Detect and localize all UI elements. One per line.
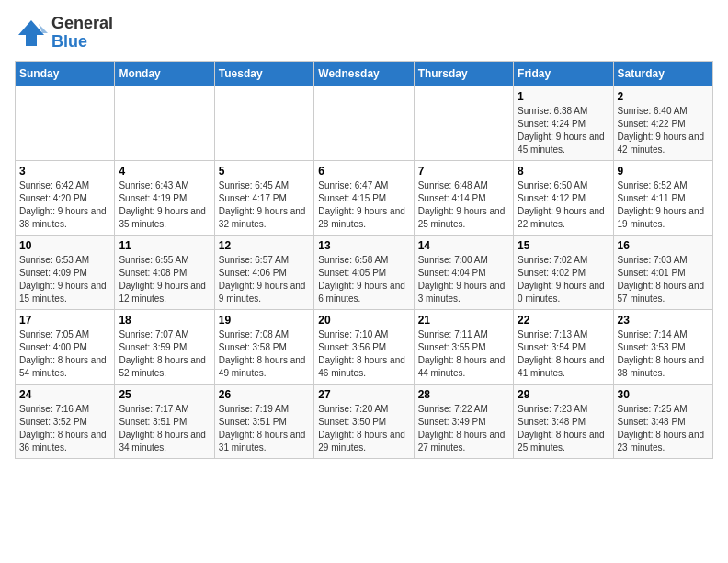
day-detail: Sunrise: 6:57 AMSunset: 4:06 PMDaylight:…: [219, 254, 310, 305]
day-detail: Sunrise: 6:40 AMSunset: 4:22 PMDaylight:…: [618, 105, 709, 156]
svg-marker-0: [18, 20, 44, 46]
calendar-week-row: 10 Sunrise: 6:53 AMSunset: 4:09 PMDaylig…: [16, 235, 713, 309]
day-number: 7: [418, 165, 509, 178]
calendar-cell: 20 Sunrise: 7:10 AMSunset: 3:56 PMDaylig…: [314, 309, 414, 384]
calendar-cell: 26 Sunrise: 7:19 AMSunset: 3:51 PMDaylig…: [214, 384, 313, 458]
calendar-cell: 17 Sunrise: 7:05 AMSunset: 4:00 PMDaylig…: [16, 309, 115, 384]
calendar-cell: 18 Sunrise: 7:07 AMSunset: 3:59 PMDaylig…: [115, 309, 214, 384]
calendar-cell: 24 Sunrise: 7:16 AMSunset: 3:52 PMDaylig…: [16, 384, 115, 458]
day-number: 3: [19, 165, 110, 178]
day-number: 10: [19, 239, 110, 252]
day-number: 1: [518, 90, 609, 103]
day-detail: Sunrise: 6:52 AMSunset: 4:11 PMDaylight:…: [618, 179, 709, 231]
day-number: 28: [418, 388, 509, 401]
calendar-week-row: 1 Sunrise: 6:38 AMSunset: 4:24 PMDayligh…: [16, 86, 713, 160]
day-detail: Sunrise: 6:45 AMSunset: 4:17 PMDaylight:…: [219, 179, 310, 231]
calendar-cell: 30 Sunrise: 7:25 AMSunset: 3:48 PMDaylig…: [613, 384, 712, 458]
column-header-saturday: Saturday: [613, 61, 712, 86]
day-number: 23: [618, 314, 709, 327]
day-detail: Sunrise: 6:43 AMSunset: 4:19 PMDaylight:…: [119, 179, 210, 231]
column-header-tuesday: Tuesday: [214, 61, 313, 86]
day-detail: Sunrise: 7:23 AMSunset: 3:48 PMDaylight:…: [518, 403, 609, 454]
column-header-friday: Friday: [514, 61, 613, 86]
day-number: 24: [19, 388, 110, 401]
calendar-cell: 14 Sunrise: 7:00 AMSunset: 4:04 PMDaylig…: [414, 235, 513, 309]
day-detail: Sunrise: 7:02 AMSunset: 4:02 PMDaylight:…: [518, 254, 609, 305]
calendar-week-row: 3 Sunrise: 6:42 AMSunset: 4:20 PMDayligh…: [16, 160, 713, 235]
day-number: 20: [318, 314, 409, 327]
calendar-cell: 1 Sunrise: 6:38 AMSunset: 4:24 PMDayligh…: [514, 86, 613, 160]
calendar-cell: 8 Sunrise: 6:50 AMSunset: 4:12 PMDayligh…: [514, 160, 613, 235]
calendar-cell: 21 Sunrise: 7:11 AMSunset: 3:55 PMDaylig…: [414, 309, 513, 384]
day-number: 17: [19, 314, 110, 327]
calendar-week-row: 17 Sunrise: 7:05 AMSunset: 4:00 PMDaylig…: [16, 309, 713, 384]
calendar-cell: 13 Sunrise: 6:58 AMSunset: 4:05 PMDaylig…: [314, 235, 414, 309]
calendar-cell: 10 Sunrise: 6:53 AMSunset: 4:09 PMDaylig…: [16, 235, 115, 309]
calendar-cell: 6 Sunrise: 6:47 AMSunset: 4:15 PMDayligh…: [314, 160, 414, 235]
day-number: 13: [318, 239, 409, 252]
day-detail: Sunrise: 7:08 AMSunset: 3:58 PMDaylight:…: [219, 328, 310, 380]
day-detail: Sunrise: 7:05 AMSunset: 4:00 PMDaylight:…: [19, 328, 110, 380]
day-detail: Sunrise: 7:19 AMSunset: 3:51 PMDaylight:…: [219, 403, 310, 454]
day-detail: Sunrise: 7:25 AMSunset: 3:48 PMDaylight:…: [618, 403, 709, 454]
column-header-wednesday: Wednesday: [314, 61, 414, 86]
day-detail: Sunrise: 7:14 AMSunset: 3:53 PMDaylight:…: [618, 328, 709, 380]
calendar-cell: 25 Sunrise: 7:17 AMSunset: 3:51 PMDaylig…: [115, 384, 214, 458]
logo-general-text: General: [51, 14, 113, 32]
day-detail: Sunrise: 6:48 AMSunset: 4:14 PMDaylight:…: [418, 179, 509, 231]
logo-icon: [15, 17, 48, 50]
calendar-cell: 12 Sunrise: 6:57 AMSunset: 4:06 PMDaylig…: [214, 235, 313, 309]
day-number: 5: [219, 165, 310, 178]
day-detail: Sunrise: 7:11 AMSunset: 3:55 PMDaylight:…: [418, 328, 509, 380]
day-detail: Sunrise: 6:55 AMSunset: 4:08 PMDaylight:…: [119, 254, 210, 305]
calendar-cell: [16, 86, 115, 160]
page-header: General Blue: [15, 15, 713, 52]
day-detail: Sunrise: 7:00 AMSunset: 4:04 PMDaylight:…: [418, 254, 509, 305]
day-number: 22: [518, 314, 609, 327]
calendar-cell: 7 Sunrise: 6:48 AMSunset: 4:14 PMDayligh…: [414, 160, 513, 235]
day-detail: Sunrise: 6:50 AMSunset: 4:12 PMDaylight:…: [518, 179, 609, 231]
calendar-cell: 22 Sunrise: 7:13 AMSunset: 3:54 PMDaylig…: [514, 309, 613, 384]
calendar-cell: [414, 86, 513, 160]
day-number: 12: [219, 239, 310, 252]
day-detail: Sunrise: 6:38 AMSunset: 4:24 PMDaylight:…: [518, 105, 609, 156]
calendar-cell: [115, 86, 214, 160]
day-number: 25: [119, 388, 210, 401]
day-number: 26: [219, 388, 310, 401]
day-number: 15: [518, 239, 609, 252]
day-detail: Sunrise: 7:03 AMSunset: 4:01 PMDaylight:…: [618, 254, 709, 305]
day-number: 4: [119, 165, 210, 178]
calendar-header-row: SundayMondayTuesdayWednesdayThursdayFrid…: [16, 61, 713, 86]
calendar-table: SundayMondayTuesdayWednesdayThursdayFrid…: [15, 61, 713, 459]
logo: General Blue: [15, 15, 113, 52]
day-detail: Sunrise: 7:10 AMSunset: 3:56 PMDaylight:…: [318, 328, 409, 380]
day-number: 9: [618, 165, 709, 178]
day-number: 16: [618, 239, 709, 252]
calendar-cell: 15 Sunrise: 7:02 AMSunset: 4:02 PMDaylig…: [514, 235, 613, 309]
calendar-cell: 28 Sunrise: 7:22 AMSunset: 3:49 PMDaylig…: [414, 384, 513, 458]
logo-blue-text: Blue: [51, 32, 87, 51]
calendar-cell: 16 Sunrise: 7:03 AMSunset: 4:01 PMDaylig…: [613, 235, 712, 309]
calendar-cell: [214, 86, 313, 160]
day-detail: Sunrise: 6:53 AMSunset: 4:09 PMDaylight:…: [19, 254, 110, 305]
day-detail: Sunrise: 6:58 AMSunset: 4:05 PMDaylight:…: [318, 254, 409, 305]
calendar-cell: 19 Sunrise: 7:08 AMSunset: 3:58 PMDaylig…: [214, 309, 313, 384]
day-number: 19: [219, 314, 310, 327]
calendar-cell: 4 Sunrise: 6:43 AMSunset: 4:19 PMDayligh…: [115, 160, 214, 235]
column-header-thursday: Thursday: [414, 61, 513, 86]
calendar-cell: 11 Sunrise: 6:55 AMSunset: 4:08 PMDaylig…: [115, 235, 214, 309]
day-detail: Sunrise: 7:16 AMSunset: 3:52 PMDaylight:…: [19, 403, 110, 454]
day-detail: Sunrise: 6:47 AMSunset: 4:15 PMDaylight:…: [318, 179, 409, 231]
day-number: 27: [318, 388, 409, 401]
logo-text: General Blue: [51, 15, 113, 52]
day-number: 30: [618, 388, 709, 401]
day-number: 14: [418, 239, 509, 252]
day-number: 11: [119, 239, 210, 252]
day-number: 29: [518, 388, 609, 401]
day-number: 2: [618, 90, 709, 103]
calendar-cell: [314, 86, 414, 160]
column-header-sunday: Sunday: [16, 61, 115, 86]
calendar-cell: 2 Sunrise: 6:40 AMSunset: 4:22 PMDayligh…: [613, 86, 712, 160]
day-number: 21: [418, 314, 509, 327]
calendar-cell: 3 Sunrise: 6:42 AMSunset: 4:20 PMDayligh…: [16, 160, 115, 235]
